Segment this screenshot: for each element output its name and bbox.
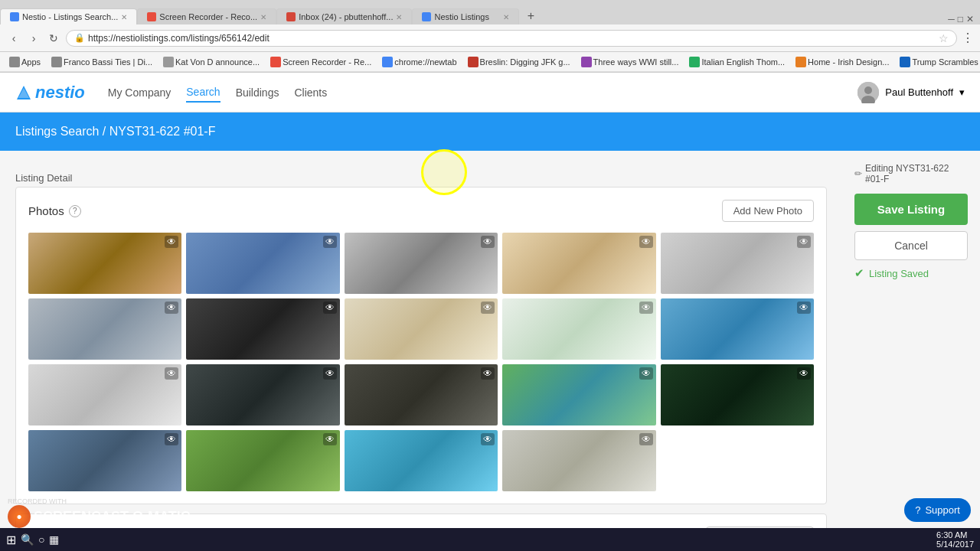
- photo-visibility-icon[interactable]: 👁: [639, 433, 653, 445]
- photo-item: 👁: [502, 233, 655, 294]
- sidebar: ✏ Editing NYST31-622 #01-F Save Listing …: [842, 151, 980, 551]
- photo-visibility-icon[interactable]: 👁: [165, 302, 178, 314]
- minimize-button[interactable]: ─: [948, 14, 955, 24]
- forward-button[interactable]: ›: [26, 31, 41, 46]
- tab-active[interactable]: Nestio - Listings Search... ✕: [0, 8, 137, 24]
- photo-visibility-icon[interactable]: 👁: [323, 236, 337, 248]
- tab-bar: Nestio - Listings Search... ✕ Screen Rec…: [0, 0, 980, 24]
- page-content: Listing Detail Photos ? Add New Photo 👁 …: [0, 151, 980, 551]
- photo-item: 👁: [502, 430, 655, 491]
- photo-visibility-icon[interactable]: 👁: [481, 302, 495, 314]
- check-circle-icon: ✔: [854, 266, 864, 280]
- taskbar-task-view-icon[interactable]: ▦: [49, 533, 59, 546]
- nav-buildings[interactable]: Buildings: [236, 83, 279, 102]
- photo-visibility-icon[interactable]: 👁: [639, 302, 653, 314]
- bookmark-1-label: Franco Bassi Ties | Di...: [64, 57, 152, 67]
- bookmark-6-icon: [581, 57, 592, 67]
- nav-search[interactable]: Search: [186, 83, 220, 103]
- photo-visibility-icon[interactable]: 👁: [165, 367, 178, 380]
- recorded-with-label: RECORDED WITH: [8, 497, 191, 505]
- photo-item: 👁: [502, 364, 655, 425]
- tab-4[interactable]: Nestio Listings ✕: [412, 8, 519, 24]
- photo-visibility-icon[interactable]: 👁: [797, 236, 811, 248]
- photo-visibility-icon[interactable]: 👁: [323, 302, 337, 314]
- bookmark-9-icon: [900, 57, 910, 67]
- photo-visibility-icon[interactable]: 👁: [481, 236, 495, 248]
- tab-favicon-1: [10, 12, 19, 21]
- user-name: Paul Buttenhoff: [885, 86, 953, 98]
- close-window-button[interactable]: ✕: [966, 14, 974, 24]
- photo-item: 👁: [186, 233, 339, 294]
- photo-visibility-icon[interactable]: 👁: [481, 367, 495, 380]
- nav-my-company[interactable]: My Company: [108, 83, 171, 102]
- taskbar-search-icon[interactable]: 🔍: [21, 533, 34, 546]
- bookmark-8[interactable]: Home - Irish Design...: [792, 55, 892, 69]
- photo-visibility-icon[interactable]: 👁: [323, 433, 337, 445]
- browser-chrome: Nestio - Listings Search... ✕ Screen Rec…: [0, 0, 980, 73]
- bookmark-7[interactable]: Italian English Thom...: [686, 55, 788, 69]
- photo-item: 👁: [28, 233, 181, 294]
- tab-title-2: Screen Recorder - Reco...: [159, 12, 257, 21]
- photo-visibility-icon[interactable]: 👁: [165, 433, 178, 445]
- tab-3[interactable]: Inbox (24) - pbuttenhoff... ✕: [276, 8, 412, 24]
- nav-clients[interactable]: Clients: [294, 83, 327, 102]
- user-area[interactable]: Paul Buttenhoff ▾: [858, 82, 965, 103]
- back-button[interactable]: ‹: [6, 31, 21, 46]
- taskbar-time: 6:30 AM 5/14/2017: [936, 530, 974, 549]
- editing-label: ✏ Editing NYST31-622 #01-F: [854, 163, 968, 184]
- photo-item: 👁: [28, 430, 181, 491]
- bookmark-1[interactable]: Franco Bassi Ties | Di...: [48, 55, 155, 69]
- photo-visibility-icon[interactable]: 👁: [797, 367, 811, 380]
- logo-text: nestio: [35, 83, 85, 103]
- tab-close-1[interactable]: ✕: [121, 13, 127, 21]
- bookmark-apps[interactable]: Apps: [6, 55, 44, 69]
- tab-close-2[interactable]: ✕: [260, 13, 266, 21]
- bookmark-5[interactable]: Breslin: Digging JFK g...: [465, 55, 573, 69]
- bookmark-3-icon: [270, 57, 281, 67]
- tab-title-3: Inbox (24) - pbuttenhoff...: [299, 12, 393, 21]
- photo-visibility-icon[interactable]: 👁: [639, 367, 653, 380]
- screencast-watermark: RECORDED WITH ● SCREENCAST-O-MATIC: [8, 497, 191, 528]
- support-button[interactable]: ? Support: [904, 498, 971, 522]
- bookmark-6[interactable]: Three ways WWI still...: [578, 55, 682, 69]
- tab-2[interactable]: Screen Recorder - Reco... ✕: [137, 8, 276, 24]
- logo[interactable]: nestio: [15, 83, 85, 103]
- bookmark-1-icon: [51, 57, 62, 67]
- save-listing-button[interactable]: Save Listing: [854, 194, 968, 225]
- bookmark-6-label: Three ways WWI still...: [593, 57, 679, 67]
- tab-favicon-4: [422, 12, 431, 21]
- address-bar: ‹ › ↻ 🔒 https://nestiolistings.com/listi…: [0, 24, 980, 52]
- taskbar-start-icon[interactable]: ⊞: [6, 533, 16, 547]
- bookmark-2[interactable]: Kat Von D announce...: [160, 55, 263, 69]
- url-bar[interactable]: 🔒 https://nestiolistings.com/listings/65…: [66, 30, 957, 47]
- tab-close-3[interactable]: ✕: [396, 13, 402, 21]
- tab-close-4[interactable]: ✕: [503, 13, 509, 21]
- cancel-button[interactable]: Cancel: [854, 231, 968, 260]
- reload-button[interactable]: ↻: [46, 31, 61, 46]
- photo-item: 👁: [345, 430, 498, 491]
- add-photo-button[interactable]: Add New Photo: [722, 200, 814, 222]
- maximize-button[interactable]: □: [958, 14, 963, 24]
- bookmark-4-icon: [382, 57, 393, 67]
- photo-visibility-icon[interactable]: 👁: [639, 236, 653, 248]
- bookmark-apps-label: Apps: [21, 57, 41, 67]
- browser-menu-icon[interactable]: ⋮: [962, 31, 974, 45]
- bookmark-4[interactable]: chrome://newtab: [379, 55, 459, 69]
- page-header: Listings Search / NYST31-622 #01-F: [0, 112, 980, 151]
- avatar-icon: [858, 82, 879, 103]
- bookmark-3[interactable]: Screen Recorder - Re...: [267, 55, 374, 69]
- nav-links: My Company Search Buildings Clients: [108, 83, 858, 103]
- taskbar-cortana-icon[interactable]: ○: [38, 533, 44, 546]
- photo-visibility-icon[interactable]: 👁: [797, 302, 811, 314]
- photos-grid: 👁 👁 👁 👁 👁 👁 👁: [28, 233, 814, 491]
- photo-visibility-icon[interactable]: 👁: [481, 433, 495, 445]
- bookmark-star-icon[interactable]: ☆: [939, 32, 949, 44]
- photo-visibility-icon[interactable]: 👁: [165, 236, 178, 248]
- photo-item: 👁: [345, 233, 498, 294]
- photos-section: Photos ? Add New Photo 👁 👁 👁 👁: [15, 187, 827, 504]
- logo-icon: [15, 84, 32, 101]
- photos-help-icon[interactable]: ?: [69, 205, 81, 217]
- photo-visibility-icon[interactable]: 👁: [323, 367, 337, 380]
- bookmark-9[interactable]: Trump Scrambles Fo...: [897, 55, 980, 69]
- new-tab-button[interactable]: +: [522, 8, 539, 24]
